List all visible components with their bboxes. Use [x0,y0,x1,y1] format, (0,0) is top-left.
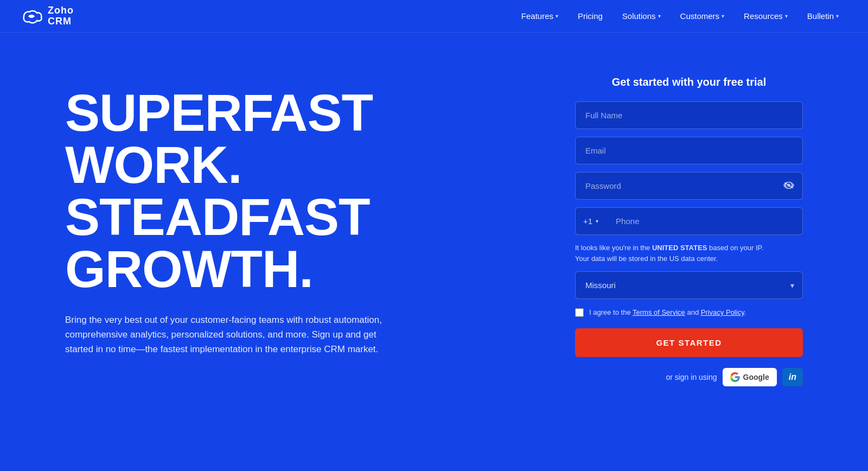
email-input[interactable] [575,137,803,164]
form-card: Get started with your free trial +1 [575,76,803,386]
nav-features[interactable]: Features ▾ [514,7,566,25]
nav-bulletin[interactable]: Bulletin ▾ [800,7,846,25]
logo[interactable]: Zoho CRM [22,5,74,27]
chevron-down-icon: ▾ [785,13,788,19]
terms-row: I agree to the Terms of Service and Priv… [575,308,803,317]
location-info: It looks like you're in the UNITED STATE… [575,243,803,264]
linkedin-signin-button[interactable]: in [782,368,803,386]
country-code-selector[interactable]: +1 ▾ [575,207,606,235]
chevron-down-icon: ▾ [596,218,598,224]
hero-headline: SUPERFAST WORK. STEADFAST GROWTH. [65,87,532,295]
terms-of-service-link[interactable]: Terms of Service [633,308,685,316]
state-field: Missouri Alabama Alaska Arizona Californ… [575,271,803,299]
hero-section: SUPERFAST WORK. STEADFAST GROWTH. Bring … [0,33,868,471]
chevron-down-icon: ▾ [722,13,724,19]
nav-resources[interactable]: Resources ▾ [736,7,795,25]
form-title: Get started with your free trial [575,76,803,88]
chevron-down-icon: ▾ [658,13,661,19]
nav-pricing[interactable]: Pricing [570,7,610,25]
phone-field: +1 ▾ [575,207,803,235]
get-started-button[interactable]: GET STARTED [575,328,803,357]
chevron-down-icon: ▾ [836,13,839,19]
signin-label: or sign in using [666,373,717,381]
email-field [575,137,803,164]
phone-input[interactable] [606,207,803,235]
privacy-policy-link[interactable]: Privacy Policy [701,308,744,316]
logo-crm: CRM [48,16,74,27]
country-code-value: +1 [583,217,592,226]
google-label: Google [743,373,769,381]
password-input[interactable] [575,172,803,200]
full-name-input[interactable] [575,101,803,129]
show-password-icon[interactable] [783,180,794,192]
social-signin-row: or sign in using Google in [575,368,803,386]
full-name-field [575,101,803,129]
password-field [575,172,803,200]
hero-subtext: Bring the very best out of your customer… [65,313,401,357]
signup-form-container: Get started with your free trial +1 [575,76,803,386]
google-signin-button[interactable]: Google [723,368,777,386]
navbar: Zoho CRM Features ▾ Pricing Solutions ▾ … [0,0,868,33]
chevron-down-icon: ▾ [556,13,558,19]
nav-customers[interactable]: Customers ▾ [673,7,732,25]
hero-left: SUPERFAST WORK. STEADFAST GROWTH. Bring … [65,76,532,357]
nav-solutions[interactable]: Solutions ▾ [615,7,668,25]
logo-zoho: Zoho [48,5,74,16]
terms-text: I agree to the Terms of Service and Priv… [589,308,746,317]
state-select[interactable]: Missouri Alabama Alaska Arizona Californ… [575,271,803,299]
terms-checkbox[interactable] [575,308,584,317]
nav-links: Features ▾ Pricing Solutions ▾ Customers… [514,7,846,25]
linkedin-icon: in [789,372,796,382]
